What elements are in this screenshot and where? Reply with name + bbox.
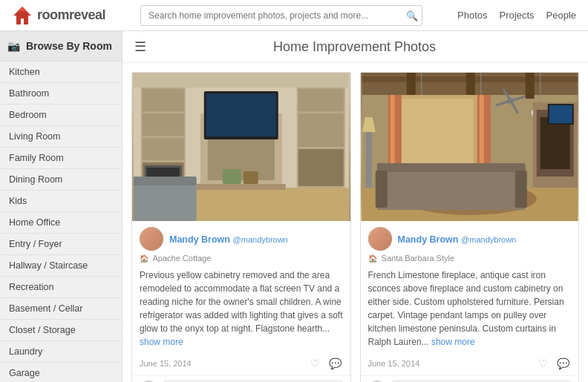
card-meta-1: June 15, 2014 ♡ 💬 [132, 352, 350, 375]
photo-image-1[interactable] [132, 73, 350, 221]
show-more-2[interactable]: show more [431, 337, 475, 347]
like-button-1[interactable]: ♡ [309, 356, 321, 371]
svg-rect-24 [134, 177, 197, 185]
card-desc-2: French Limestone fireplace, antique cast… [361, 266, 579, 352]
user-name-2[interactable]: Mandy Brown [398, 234, 459, 245]
search-button[interactable]: 🔍 [406, 10, 418, 21]
user-name-1[interactable]: Mandy Brown [169, 234, 230, 245]
home-icon-2: 🏠 [368, 254, 377, 263]
photo-image-2[interactable] [361, 73, 579, 221]
sidebar-item-label[interactable]: Garage [0, 363, 122, 382]
sidebar-item-label[interactable]: Bathroom [0, 83, 122, 104]
sidebar-item-label[interactable]: Hallway / Staircase [0, 255, 122, 276]
svg-rect-21 [223, 169, 241, 184]
photo-svg-1 [132, 73, 350, 221]
user-handle-2[interactable]: @mandybrown [461, 235, 516, 244]
card-date-2: June 15, 2014 [368, 359, 538, 368]
svg-rect-8 [143, 138, 184, 160]
hamburger-button[interactable]: ☰ [134, 39, 146, 55]
svg-rect-57 [540, 117, 569, 169]
sidebar-item[interactable]: Living Room [0, 126, 122, 148]
card-desc-text-1: Previous yellow cabinetry removed and th… [140, 270, 342, 334]
sidebar-item-label[interactable]: Entry / Foyer [0, 234, 122, 254]
like-button-2[interactable]: ♡ [537, 356, 549, 371]
card-comment-1 [132, 375, 350, 382]
user-info-1: Mandy Brown @mandybrown [169, 234, 288, 245]
svg-rect-51 [376, 169, 525, 210]
sidebar-item[interactable]: Basement / Cellar [0, 298, 122, 320]
sidebar-item[interactable]: Home Office [0, 212, 122, 234]
sidebar-item-label[interactable]: Dining Room [0, 169, 122, 190]
card-user-1: Mandy Brown @mandybrown [132, 221, 350, 254]
svg-rect-15 [206, 93, 276, 136]
sidebar-item[interactable]: Kitchen [0, 62, 122, 83]
sidebar-item-label[interactable]: Bedroom [0, 105, 122, 125]
nav-people[interactable]: People [546, 10, 576, 21]
sidebar-item-label[interactable]: Laundry [0, 341, 122, 362]
svg-rect-58 [365, 132, 371, 188]
sidebar-item-label[interactable]: Home Office [0, 212, 122, 233]
header: roomreveal 🔍 Photos Projects People [0, 0, 588, 31]
svg-rect-46 [395, 95, 398, 173]
sidebar-item-label[interactable]: Basement / Cellar [0, 298, 122, 319]
svg-rect-18 [298, 89, 344, 111]
card-actions-2: ♡ 💬 [537, 356, 571, 371]
svg-rect-6 [143, 89, 184, 111]
photo-card: Mandy Brown @mandybrown 🏠 Apache Cottage… [131, 72, 351, 382]
svg-rect-29 [466, 73, 474, 99]
comment-button-2[interactable]: 💬 [555, 356, 571, 371]
nav-projects[interactable]: Projects [500, 10, 535, 21]
search-input[interactable] [140, 5, 422, 26]
sidebar-item[interactable]: Closet / Storage [0, 320, 122, 341]
logo[interactable]: roomreveal [12, 5, 105, 26]
card-actions-1: ♡ 💬 [309, 356, 343, 371]
main-content: ☰ Home Improvement Photos [122, 31, 588, 382]
sidebar-item[interactable]: Bedroom [0, 105, 122, 126]
card-meta-2: June 15, 2014 ♡ 💬 [361, 352, 579, 375]
svg-rect-45 [390, 95, 394, 173]
sidebar-header: 📷 Browse By Room [0, 31, 122, 62]
project-label-1: Apache Cottage [152, 254, 211, 263]
logo-text: roomreveal [37, 7, 105, 23]
user-handle-1[interactable]: @mandybrown [233, 235, 288, 244]
project-name-2: 🏠 Santa Barbara Style [361, 254, 579, 266]
nav-photos[interactable]: Photos [457, 10, 487, 21]
card-desc-1: Previous yellow cabinetry removed and th… [132, 266, 350, 352]
svg-rect-43 [399, 99, 473, 164]
sidebar-item[interactable]: Bathroom [0, 83, 122, 105]
sidebar-item-label[interactable]: Kids [0, 191, 122, 211]
svg-rect-30 [525, 73, 534, 99]
camera-icon: 📷 [7, 40, 20, 52]
sidebar-item[interactable]: Hallway / Staircase [0, 255, 122, 277]
sidebar-item[interactable]: Garage [0, 363, 122, 382]
home-icon-1: 🏠 [140, 254, 148, 263]
sidebar-item-label[interactable]: Kitchen [0, 62, 122, 82]
avatar-1 [140, 227, 163, 251]
sidebar-item-label[interactable]: Family Room [0, 148, 122, 168]
comment-button-1[interactable]: 💬 [327, 356, 343, 371]
sidebar-item-label[interactable]: Recreation [0, 277, 122, 297]
project-name-1: 🏠 Apache Cottage [132, 254, 350, 266]
sidebar-item[interactable]: Kids [0, 191, 122, 212]
svg-rect-7 [143, 113, 184, 136]
sidebar-nav: Kitchen Bathroom Bedroom Living Room Fam… [0, 62, 122, 382]
sidebar-item-label[interactable]: Closet / Storage [0, 320, 122, 340]
svg-rect-48 [479, 95, 483, 173]
show-more-1[interactable]: show more [140, 337, 183, 347]
sidebar-item[interactable]: Dining Room [0, 169, 122, 191]
sidebar-item[interactable]: Entry / Foyer [0, 234, 122, 255]
sidebar-item[interactable]: Laundry [0, 341, 122, 363]
svg-rect-28 [406, 73, 415, 99]
layout: 📷 Browse By Room Kitchen Bathroom Bedroo… [0, 31, 588, 382]
page-title: Home Improvement Photos [155, 39, 554, 55]
logo-icon [12, 5, 33, 26]
svg-rect-54 [514, 171, 526, 208]
card-comment-2 [361, 375, 579, 382]
photo-grid: Mandy Brown @mandybrown 🏠 Apache Cottage… [122, 63, 588, 382]
sidebar-item-label[interactable]: Living Room [0, 126, 122, 147]
avatar-2 [368, 227, 392, 251]
sidebar-item[interactable]: Family Room [0, 148, 122, 169]
sidebar-item[interactable]: Recreation [0, 277, 122, 298]
card-desc-text-2: French Limestone fireplace, antique cast… [368, 270, 564, 347]
svg-rect-19 [298, 113, 344, 147]
